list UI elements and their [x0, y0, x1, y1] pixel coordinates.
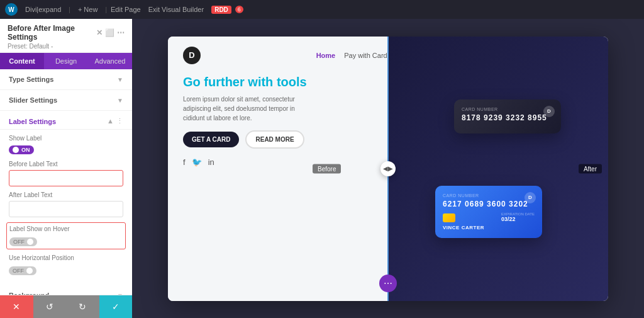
slider-settings-chevron: ▼	[117, 97, 123, 104]
show-label-toggle[interactable]: ON	[9, 145, 34, 154]
nav-logo: D	[183, 47, 201, 64]
sidebar-title-bar: Before After Image Settings ✕ ⬜ ⋯	[8, 24, 125, 42]
before-label-label: Before Label Text	[9, 161, 123, 168]
more-icon[interactable]: ⋯	[117, 28, 125, 37]
nav-link-pay: Pay with Card	[344, 52, 387, 59]
cards-container: CARD NUMBER 8178 9239 3232 8955 D CARD N…	[435, 99, 561, 238]
linkedin-icon[interactable]: in	[208, 157, 214, 167]
close-icon[interactable]: ✕	[96, 28, 103, 37]
hover-toggle-label: OFF	[13, 239, 25, 245]
label-hover-toggle[interactable]: OFF	[9, 237, 37, 246]
blue-card-number-label: CARD NUMBER	[443, 193, 535, 198]
before-after-container: D Home Pay with Card About Us Contact Us…	[168, 37, 608, 301]
label-show-hover-label: Label Show on Hover	[9, 225, 123, 232]
undo-button[interactable]: ↺	[33, 295, 67, 318]
hero-buttons: GET A CARD READ MORE	[183, 130, 388, 149]
after-label-input[interactable]	[9, 201, 123, 217]
sidebar-tabs: Content Design Advanced	[0, 53, 132, 69]
hero-section: Go further with tools Lorem ipsum dolor …	[183, 74, 388, 167]
after-label-text-field: After Label Text	[9, 191, 123, 217]
topbar: W Divi|expand | + New | Edit Page Exit V…	[0, 0, 644, 19]
separator2: |	[105, 6, 107, 13]
save-button[interactable]: ✓	[99, 295, 133, 318]
blue-card-name: VINCE CARTER	[443, 225, 535, 230]
horizontal-toggle-dot	[26, 268, 33, 274]
toggle-on-label: ON	[21, 147, 30, 153]
read-more-button[interactable]: READ MORE	[245, 130, 304, 149]
dark-credit-card: CARD NUMBER 8178 9239 3232 8955 D	[454, 99, 561, 133]
label-settings-collapse[interactable]: ▲	[107, 117, 114, 125]
hero-description: Lorem ipsum dolor sit amet, consectetur …	[183, 94, 309, 123]
rdd-badge[interactable]: RDD	[211, 6, 231, 14]
type-settings-section[interactable]: Type Settings ▼	[0, 69, 132, 90]
sidebar: Before After Image Settings ✕ ⬜ ⋯ Preset…	[0, 19, 132, 318]
hero-title: Go further with tools	[183, 74, 388, 89]
nav-link-home: Home	[316, 52, 336, 59]
dark-card-avatar: D	[543, 106, 555, 117]
dark-card-number-label: CARD NUMBER	[462, 107, 553, 111]
horizontal-toggle-label: OFF	[13, 268, 24, 274]
after-label-label: After Label Text	[9, 191, 123, 198]
tab-design[interactable]: Design	[44, 53, 88, 69]
slider-settings-label: Slider Settings	[9, 96, 57, 104]
sidebar-title-text: Before After Image Settings	[8, 24, 96, 42]
label-show-hover-field: Label Show on Hover OFF	[6, 222, 126, 249]
hover-toggle-dot	[27, 239, 33, 245]
sidebar-body: Type Settings ▼ Slider Settings ▼ Label …	[0, 69, 132, 295]
card-chip	[443, 213, 455, 222]
before-label-input[interactable]	[9, 170, 123, 186]
preview-window: D Home Pay with Card About Us Contact Us…	[168, 37, 608, 301]
separator: |	[69, 6, 70, 13]
type-settings-label: Type Settings	[9, 76, 53, 83]
blue-card-number: 6217 0689 3600 3202	[443, 200, 535, 208]
preview-nav: D Home Pay with Card About Us Contact Us…	[183, 47, 388, 64]
wp-icon[interactable]: W	[5, 3, 18, 16]
label-settings-icons: ▲ ⋮	[107, 117, 123, 125]
sidebar-title-icons: ✕ ⬜ ⋯	[96, 28, 125, 37]
slider-settings-section[interactable]: Slider Settings ▼	[0, 90, 132, 111]
background-section[interactable]: Background ▼	[0, 285, 132, 295]
slider-handle[interactable]: ◀▶	[380, 161, 396, 176]
tab-content[interactable]: Content	[0, 53, 44, 69]
nav-links: Home Pay with Card About Us Contact Us	[316, 52, 388, 59]
horizontal-position-label: Use Horizontal Position	[9, 254, 123, 261]
rdd-count: 6	[235, 6, 243, 13]
tab-advanced[interactable]: Advanced	[88, 53, 132, 69]
show-label-field: Show Label ON	[9, 135, 123, 156]
expand-icon[interactable]: ⬜	[105, 28, 114, 37]
redo-button[interactable]: ↻	[66, 295, 99, 318]
toggle-dot	[13, 147, 19, 153]
slider-divider: ◀▶	[387, 37, 389, 301]
twitter-icon[interactable]: 🐦	[192, 157, 202, 167]
before-label-text-field: Before Label Text	[9, 161, 123, 186]
social-icons: f 🐦 in	[183, 157, 388, 167]
label-settings-body: Show Label ON Before Label Text After La…	[0, 130, 132, 285]
label-settings-section-header[interactable]: Label Settings ▲ ⋮	[0, 111, 132, 130]
new-btn[interactable]: + New	[74, 6, 102, 13]
before-label: Before	[313, 164, 341, 173]
horizontal-toggle[interactable]: OFF	[9, 266, 36, 275]
card-expiry-info: EXPIRATION DATE 03/22	[501, 212, 535, 222]
exit-builder-btn[interactable]: Exit Visual Builder	[145, 6, 208, 13]
site-name[interactable]: Divi|expand	[21, 6, 65, 13]
show-label-text: Show Label	[9, 135, 123, 142]
label-settings-title: Label Settings	[9, 118, 56, 125]
blue-credit-card: CARD NUMBER 6217 0689 3600 3202 D EXPIRA…	[435, 186, 542, 238]
before-panel: D Home Pay with Card About Us Contact Us…	[168, 37, 388, 301]
blue-card-bottom: EXPIRATION DATE 03/22	[443, 212, 535, 222]
get-card-button[interactable]: GET A CARD	[183, 132, 239, 147]
horizontal-position-field: Use Horizontal Position OFF	[9, 254, 123, 275]
cancel-button[interactable]: ✕	[0, 295, 33, 318]
main-layout: Before After Image Settings ✕ ⬜ ⋯ Preset…	[0, 19, 644, 318]
before-content: D Home Pay with Card About Us Contact Us…	[168, 37, 388, 301]
more-options-button[interactable]: ⋯	[379, 275, 397, 292]
edit-page-btn[interactable]: Edit Page	[111, 6, 141, 13]
after-panel: CARD NUMBER 8178 9239 3232 8955 D CARD N…	[388, 37, 608, 301]
facebook-icon[interactable]: f	[183, 157, 186, 167]
dark-card-number: 8178 9239 3232 8955	[462, 113, 553, 122]
after-label: After	[579, 164, 602, 173]
content-area: D Home Pay with Card About Us Contact Us…	[132, 19, 644, 318]
sidebar-footer: ✕ ↺ ↻ ✓	[0, 295, 132, 318]
label-settings-more[interactable]: ⋮	[116, 117, 123, 125]
blue-card-avatar: D	[525, 192, 536, 203]
